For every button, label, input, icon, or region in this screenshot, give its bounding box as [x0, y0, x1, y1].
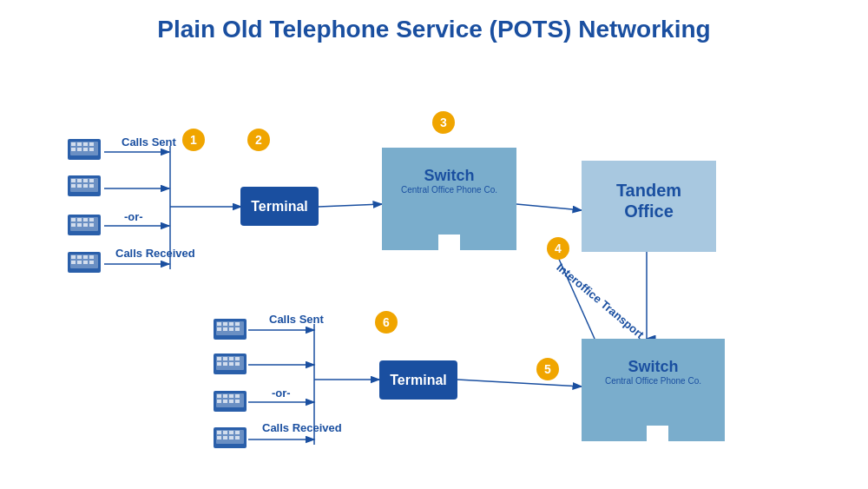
switch-1-main-label: Switch — [382, 167, 516, 185]
svg-rect-36 — [77, 184, 82, 188]
svg-rect-81 — [217, 394, 221, 398]
svg-rect-53 — [83, 255, 88, 259]
svg-rect-91 — [217, 431, 221, 434]
terminal-1: Terminal — [240, 187, 319, 226]
switch-2-sub-label: Central Office Phone Co. — [582, 376, 725, 386]
diagram-area: 1 2 3 4 5 6 Terminal Terminal — [0, 52, 868, 478]
phone-top-1 — [68, 137, 102, 162]
phone-top-2 — [68, 174, 102, 198]
svg-rect-23 — [83, 142, 88, 146]
svg-rect-28 — [89, 148, 94, 151]
switch-1: Switch Central Office Phone Co. — [382, 148, 516, 250]
svg-rect-62 — [223, 322, 227, 326]
svg-rect-98 — [235, 436, 240, 439]
badge-5: 5 — [536, 358, 559, 380]
svg-rect-67 — [229, 327, 233, 331]
calls-received-bottom: Calls Received — [262, 421, 342, 436]
svg-rect-63 — [229, 322, 233, 326]
switch-1-sub-label: Central Office Phone Co. — [382, 185, 516, 195]
page: Plain Old Telephone Service (POTS) Netwo… — [0, 0, 868, 489]
phone-bottom-2 — [214, 352, 248, 376]
svg-rect-42 — [77, 218, 82, 221]
or-top: -or- — [124, 210, 143, 225]
calls-sent-bottom: Calls Sent — [269, 313, 324, 327]
svg-rect-52 — [77, 255, 82, 259]
svg-line-6 — [319, 204, 382, 207]
svg-rect-27 — [83, 148, 88, 151]
phone-bottom-3 — [214, 389, 248, 413]
svg-rect-96 — [223, 436, 227, 439]
badge-4: 4 — [547, 237, 569, 260]
svg-rect-41 — [71, 218, 76, 221]
svg-rect-92 — [223, 431, 227, 434]
calls-received-top: Calls Received — [115, 247, 195, 261]
svg-rect-58 — [89, 261, 94, 264]
interoffice-transport-label: Interoffice Transport — [553, 261, 647, 342]
tandem-office: Tandem Office — [582, 161, 716, 252]
terminal-2: Terminal — [379, 360, 457, 400]
badge-6: 6 — [375, 311, 398, 334]
phone-bottom-4 — [214, 426, 248, 450]
svg-rect-34 — [89, 179, 94, 182]
svg-rect-68 — [235, 327, 240, 331]
svg-line-9 — [457, 380, 582, 387]
svg-rect-37 — [83, 184, 88, 188]
switch-2: Switch Central Office Phone Co. — [582, 339, 725, 441]
svg-rect-85 — [217, 400, 221, 403]
svg-rect-82 — [223, 394, 227, 398]
svg-rect-31 — [71, 179, 76, 182]
svg-rect-55 — [71, 261, 76, 264]
svg-rect-64 — [235, 322, 240, 326]
svg-rect-84 — [235, 394, 240, 398]
svg-rect-87 — [229, 400, 233, 403]
badge-2: 2 — [247, 129, 270, 151]
phone-top-3 — [68, 213, 102, 237]
svg-rect-26 — [77, 148, 82, 151]
svg-line-7 — [516, 204, 582, 210]
svg-rect-51 — [71, 255, 76, 259]
svg-rect-35 — [71, 184, 76, 188]
svg-rect-25 — [71, 148, 76, 151]
svg-rect-88 — [235, 400, 240, 403]
page-title: Plain Old Telephone Service (POTS) Netwo… — [0, 0, 868, 52]
or-bottom: -or- — [272, 387, 291, 401]
svg-rect-83 — [229, 394, 233, 398]
svg-rect-24 — [89, 142, 94, 146]
svg-rect-72 — [223, 357, 227, 360]
svg-rect-47 — [83, 223, 88, 227]
tandem-label: Tandem Office — [582, 180, 716, 221]
svg-rect-38 — [89, 184, 94, 188]
terminal-2-label: Terminal — [390, 373, 447, 388]
svg-rect-56 — [77, 261, 82, 264]
svg-rect-77 — [229, 362, 233, 366]
badge-3: 3 — [432, 111, 455, 134]
svg-rect-43 — [83, 218, 88, 221]
svg-rect-97 — [229, 436, 233, 439]
svg-rect-32 — [77, 179, 82, 182]
badge-1: 1 — [182, 129, 205, 151]
svg-rect-48 — [89, 223, 94, 227]
svg-rect-61 — [217, 322, 221, 326]
svg-rect-86 — [223, 400, 227, 403]
svg-rect-21 — [71, 142, 76, 146]
phone-bottom-1 — [214, 317, 248, 341]
calls-sent-top: Calls Sent — [122, 135, 176, 150]
phone-top-4 — [68, 250, 102, 274]
svg-rect-76 — [223, 362, 227, 366]
svg-rect-71 — [217, 357, 221, 360]
svg-rect-22 — [77, 142, 82, 146]
svg-rect-78 — [235, 362, 240, 366]
svg-rect-94 — [235, 431, 240, 434]
svg-rect-73 — [229, 357, 233, 360]
svg-rect-46 — [77, 223, 82, 227]
svg-rect-95 — [217, 436, 221, 439]
svg-rect-33 — [83, 179, 88, 182]
svg-rect-57 — [83, 261, 88, 264]
terminal-1-label: Terminal — [251, 199, 308, 215]
svg-rect-66 — [223, 327, 227, 331]
svg-rect-75 — [217, 362, 221, 366]
svg-rect-65 — [217, 327, 221, 331]
svg-rect-44 — [89, 218, 94, 221]
svg-rect-54 — [89, 255, 94, 259]
svg-rect-45 — [71, 223, 76, 227]
